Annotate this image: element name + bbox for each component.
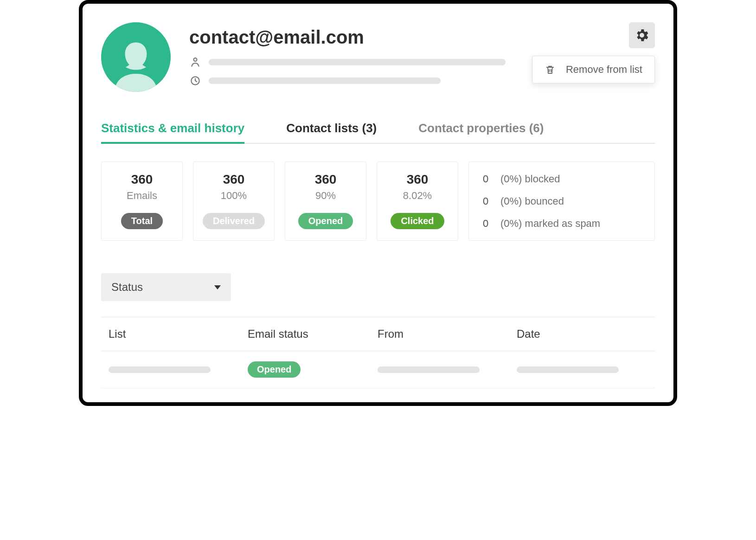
stat-card-delivered: 360 100% Delivered — [193, 161, 275, 241]
stat-delivered-pill: Delivered — [203, 213, 265, 229]
avatar — [101, 22, 171, 92]
neg-spam-count: 0 — [483, 218, 492, 230]
cell-list-placeholder — [109, 366, 211, 373]
settings-button[interactable] — [629, 22, 655, 48]
th-from: From — [378, 328, 517, 341]
filter-row: Status — [101, 273, 655, 301]
neg-bounced-row: 0 (0%) bounced — [483, 195, 641, 207]
stat-opened-count: 360 — [290, 172, 361, 187]
gear-icon — [634, 27, 650, 43]
neg-bounced-count: 0 — [483, 195, 492, 207]
stat-delivered-sub: 100% — [198, 190, 269, 202]
table-row[interactable]: Opened — [101, 351, 655, 388]
contact-tabs: Statistics & email history Contact lists… — [101, 121, 655, 144]
neg-blocked-text: (0%) blocked — [500, 173, 560, 185]
neg-blocked-row: 0 (0%) blocked — [483, 173, 641, 185]
svg-point-0 — [194, 58, 197, 61]
chevron-down-icon — [214, 285, 221, 289]
neg-spam-row: 0 (0%) marked as spam — [483, 218, 641, 230]
contact-header: contact@email.com — [101, 22, 655, 93]
stat-card-clicked: 360 8.02% Clicked — [377, 161, 458, 241]
cell-date-placeholder — [517, 366, 619, 373]
tab-statistics[interactable]: Statistics & email history — [101, 121, 244, 143]
th-date: Date — [517, 328, 647, 341]
stat-card-opened: 360 90% Opened — [285, 161, 366, 241]
cell-from-placeholder — [378, 366, 480, 373]
meta-time-placeholder — [209, 77, 441, 84]
neg-bounced-text: (0%) bounced — [500, 195, 564, 207]
stat-total-pill: Total — [121, 213, 163, 229]
meta-name-placeholder — [209, 59, 506, 65]
stat-card-total: 360 Emails Total — [101, 161, 183, 241]
stat-delivered-count: 360 — [198, 172, 269, 187]
trash-icon — [545, 64, 556, 75]
person-icon — [189, 56, 201, 68]
stat-opened-pill: Opened — [298, 213, 353, 229]
neg-blocked-count: 0 — [483, 173, 492, 185]
status-filter-select[interactable]: Status — [101, 273, 231, 301]
stat-clicked-pill: Clicked — [391, 213, 444, 229]
stat-total-count: 360 — [106, 172, 178, 187]
contact-email-title: contact@email.com — [189, 27, 655, 48]
avatar-icon — [106, 32, 166, 92]
negative-stats-card: 0 (0%) blocked 0 (0%) bounced 0 (0%) mar… — [468, 161, 655, 241]
neg-spam-text: (0%) marked as spam — [500, 218, 600, 230]
tab-contact-lists[interactable]: Contact lists (3) — [286, 121, 377, 143]
settings-dropdown-item-remove[interactable]: Remove from list — [532, 56, 655, 84]
tab-contact-properties[interactable]: Contact properties (6) — [418, 121, 544, 143]
th-list: List — [109, 328, 248, 341]
email-history-table: List Email status From Date Opened — [101, 317, 655, 388]
stat-clicked-sub: 8.02% — [382, 190, 453, 202]
contact-detail-frame: contact@email.com — [79, 0, 677, 406]
table-header-row: List Email status From Date — [101, 317, 655, 351]
remove-from-list-label: Remove from list — [566, 64, 642, 76]
stat-total-sub: Emails — [106, 190, 178, 202]
stat-opened-sub: 90% — [290, 190, 361, 202]
clock-icon — [189, 75, 201, 87]
stat-clicked-count: 360 — [382, 172, 453, 187]
cell-status-pill: Opened — [248, 361, 301, 378]
status-filter-label: Status — [111, 281, 143, 294]
stats-summary-row: 360 Emails Total 360 100% Delivered 360 … — [101, 161, 655, 241]
th-status: Email status — [248, 328, 378, 341]
